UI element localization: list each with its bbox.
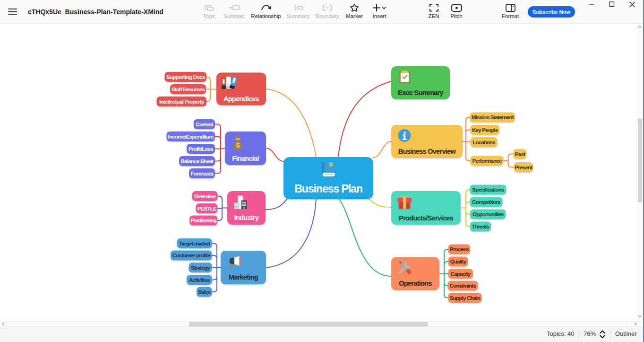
svg-text:PESTLE: PESTLE [197, 206, 216, 211]
svg-text:Supply Chain: Supply Chain [450, 295, 481, 301]
svg-text:Balance Sheet: Balance Sheet [181, 158, 214, 164]
svg-text:Financial: Financial [232, 155, 259, 162]
svg-text:Supporting Docs: Supporting Docs [166, 74, 205, 80]
svg-text:Customer profile: Customer profile [172, 253, 210, 258]
svg-text:$: $ [236, 141, 240, 149]
svg-text:Marketing: Marketing [229, 273, 258, 281]
svg-text:Sales: Sales [198, 289, 211, 295]
svg-text:Activities: Activities [189, 277, 210, 283]
svg-text:Income/Expenditure: Income/Expenditure [168, 134, 214, 140]
svg-text:Capacity: Capacity [451, 271, 471, 277]
svg-text:Specifications: Specifications [472, 187, 504, 193]
svg-text:Profit/Loss: Profit/Loss [189, 146, 213, 152]
svg-text:Current: Current [196, 122, 213, 127]
svg-text:Strategy: Strategy [191, 265, 210, 271]
svg-text:Mission Statement: Mission Statement [472, 114, 514, 120]
svg-text:Process: Process [450, 246, 469, 252]
svg-text:Key People: Key People [472, 127, 498, 133]
svg-text:Products/Services: Products/Services [399, 214, 453, 222]
svg-text:Industry: Industry [234, 214, 259, 221]
svg-text:Quality: Quality [450, 259, 467, 264]
svg-text:Staff Resumes: Staff Resumes [172, 87, 205, 92]
svg-text:Overview: Overview [194, 193, 216, 199]
svg-text:Locations: Locations [472, 140, 495, 145]
svg-text:Forecasts: Forecasts [191, 171, 214, 176]
svg-text:Business Overview: Business Overview [398, 148, 456, 155]
svg-text:Target market: Target market [179, 241, 210, 246]
svg-text:Performance: Performance [472, 158, 501, 164]
svg-text:Competitors: Competitors [472, 199, 500, 205]
svg-text:Intellectual Property: Intellectual Property [159, 99, 205, 105]
svg-text:Constraints: Constraints [450, 283, 476, 289]
svg-text:Operations: Operations [399, 280, 432, 287]
svg-text:Business Plan: Business Plan [294, 183, 362, 195]
svg-text:Positioning: Positioning [191, 218, 217, 223]
svg-text:Threats: Threats [472, 224, 489, 229]
svg-text:Present: Present [515, 165, 533, 170]
svg-text:Opportunities: Opportunities [472, 211, 504, 217]
svg-text:Exec Summary: Exec Summary [398, 89, 443, 96]
svg-text:Past: Past [515, 151, 525, 157]
svg-text:Appendices: Appendices [223, 95, 259, 103]
